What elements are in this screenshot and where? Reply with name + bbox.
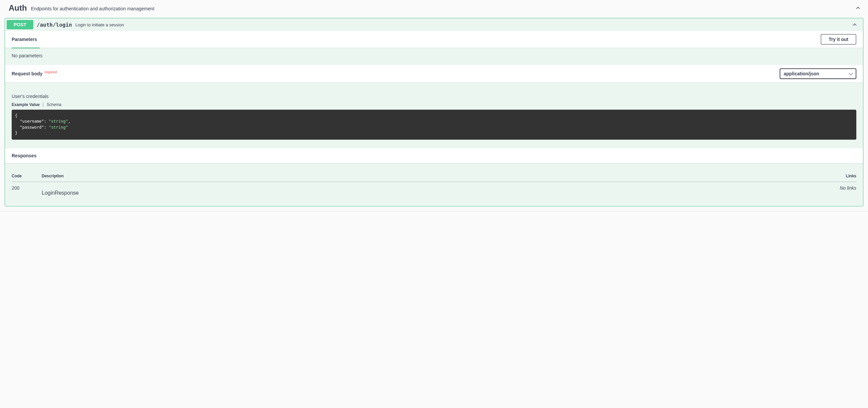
tab-schema[interactable]: Schema xyxy=(46,102,61,107)
responses-header-links: Links xyxy=(826,170,856,182)
example-code-block[interactable]: { "username": "string", "password": "str… xyxy=(12,110,856,140)
operation-summary-text: Login to initiate a session xyxy=(75,22,848,27)
chevron-up-icon xyxy=(855,5,861,11)
responses-header-code: Code xyxy=(12,170,42,182)
operation-summary[interactable]: POST /auth/login Login to initiate a ses… xyxy=(5,18,863,31)
response-links: No links xyxy=(826,182,856,199)
response-row: 200LoginResponseNo links xyxy=(12,182,856,199)
required-badge: required xyxy=(43,70,57,74)
method-badge: POST xyxy=(7,20,33,29)
tab-parameters[interactable]: Parameters xyxy=(12,34,37,45)
chevron-up-icon xyxy=(851,21,858,28)
responses-table: Code Description Links 200LoginResponseN… xyxy=(12,170,856,199)
tab-separator xyxy=(43,103,43,107)
request-body-title: Request body xyxy=(12,71,43,76)
no-parameters-text: No parameters xyxy=(5,48,863,65)
tag-header[interactable]: Auth Endpoints for authentication and au… xyxy=(0,0,868,16)
response-code: 200 xyxy=(12,182,42,199)
request-body-description: User's credentials xyxy=(12,89,856,99)
try-it-out-button[interactable]: Try it out xyxy=(821,34,856,45)
tab-example-value[interactable]: Example Value xyxy=(12,102,40,107)
responses-header-description: Description xyxy=(42,170,826,182)
response-description: LoginResponse xyxy=(42,182,826,199)
responses-title: Responses xyxy=(12,153,37,158)
tag-name: Auth xyxy=(9,3,27,13)
operation-block: POST /auth/login Login to initiate a ses… xyxy=(5,18,863,206)
content-type-select[interactable]: application/json xyxy=(780,68,856,79)
operation-path: /auth/login xyxy=(33,22,75,28)
tag-description: Endpoints for authentication and authori… xyxy=(31,5,855,11)
